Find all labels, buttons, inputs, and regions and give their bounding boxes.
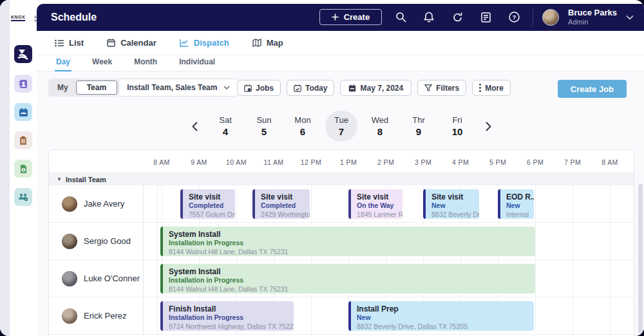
tab-calendar[interactable]: Calendar	[107, 38, 156, 48]
schedule-track: Site visit Completed 7557 Golum Dri... S…	[144, 185, 634, 222]
create-job-button[interactable]: Create Job	[558, 80, 627, 98]
technician-avatar	[62, 196, 77, 212]
job-title: Install Prep	[357, 304, 529, 313]
today-button[interactable]: Today	[287, 80, 334, 96]
day-name: Tue	[334, 115, 348, 125]
work-area: My Team Install Team, Sales Team Jobs To…	[37, 71, 644, 336]
job-card[interactable]: Site visit Completed 7557 Golum Dri...	[180, 189, 235, 219]
topbar-actions: Create ? Bruce Parks Admin	[319, 8, 634, 26]
job-card[interactable]: Install Prep New 8832 Beverly Drive, Dal…	[348, 301, 534, 331]
job-status: Installation in Progress	[169, 313, 289, 322]
schedule-track: System Install Installation in Progress …	[144, 260, 634, 297]
job-address: 8832 Beverly Drive, Dallas TX 75205	[357, 322, 529, 331]
tab-dispatch[interactable]: Dispatch	[180, 38, 229, 48]
time-tick: 12 PM	[295, 158, 327, 166]
job-title: System Install	[169, 267, 530, 276]
time-tick: 3 PM	[407, 158, 439, 166]
day-wed[interactable]: Wed 8	[364, 111, 396, 142]
group-header-install-team[interactable]: ▼ Install Team	[49, 173, 634, 185]
next-week-chevron-icon[interactable]	[477, 115, 499, 137]
technician-name: Luke O'Conner	[84, 274, 140, 283]
date-picker-button[interactable]: May 7, 2024	[340, 80, 412, 96]
contacts-icon[interactable]	[14, 75, 32, 93]
job-status: Installation in Progress	[169, 276, 530, 285]
subtab-individual[interactable]: Individual	[178, 55, 216, 70]
job-title: Site visit	[189, 192, 230, 201]
day-name: Sun	[256, 115, 271, 125]
subtab-month[interactable]: Month	[133, 55, 158, 70]
bell-icon[interactable]	[419, 9, 439, 26]
day-sat[interactable]: Sat 4	[209, 111, 242, 142]
job-card[interactable]: System Install Installation in Progress …	[160, 264, 535, 294]
topbar-divider	[533, 9, 533, 26]
help-icon[interactable]: ?	[504, 9, 524, 26]
create-button-label: Create	[344, 12, 370, 22]
day-number: 5	[261, 126, 267, 137]
job-card[interactable]: Finish Install Installation in Progress …	[160, 301, 294, 331]
knox-logo-text: KNOX	[11, 15, 25, 21]
jobs-button-label: Jobs	[256, 84, 274, 93]
notes-icon[interactable]	[476, 9, 495, 26]
day-name: Mon	[294, 115, 310, 125]
day-number: 4	[223, 126, 228, 137]
team-select-value: Install Team, Sales Team	[127, 83, 217, 92]
tab-map[interactable]: Map	[252, 38, 283, 48]
job-card[interactable]: EOD R... New Internal	[498, 189, 534, 219]
search-icon[interactable]	[391, 9, 410, 26]
day-thr[interactable]: Thr 9	[402, 111, 435, 142]
user-avatar[interactable]	[542, 9, 559, 26]
vertical-scrollbar[interactable]	[638, 183, 643, 333]
clipboard-icon[interactable]	[14, 131, 32, 149]
job-status: New	[357, 313, 529, 322]
tab-calendar-label: Calendar	[120, 38, 156, 48]
refresh-icon[interactable]	[448, 9, 467, 26]
knox-logo: KNOX ▲▼	[11, 6, 37, 30]
schedule-icon[interactable]	[14, 103, 32, 121]
technician-avatar	[62, 308, 77, 324]
view-tabs: List Calendar Dispatch Map	[37, 31, 644, 55]
plus-icon	[332, 14, 339, 21]
sidebar-collapse-icon[interactable]: ▲▼	[33, 14, 38, 23]
team-toggle[interactable]: Team	[76, 80, 117, 95]
job-status: Installation in Progress	[169, 239, 530, 247]
day-tue-selected[interactable]: Tue 7	[325, 111, 357, 142]
prev-week-chevron-icon[interactable]	[184, 115, 205, 137]
range-subtabs: Day Week Month Individual	[37, 55, 644, 71]
team-select-dropdown[interactable]: Install Team, Sales Team	[118, 79, 238, 97]
technician-name: Jake Avery	[84, 199, 124, 209]
job-card[interactable]: Site visit On the Way 1845 Larimer Ro...	[348, 189, 402, 219]
subtab-week[interactable]: Week	[91, 55, 113, 70]
sidebar-strip	[0, 0, 10, 336]
team-settings-icon[interactable]	[14, 188, 32, 206]
day-mon[interactable]: Mon 6	[287, 111, 319, 142]
day-number: 8	[377, 126, 383, 137]
job-status: On the Way	[357, 201, 397, 210]
user-info[interactable]: Bruce Parks Admin	[568, 8, 617, 26]
job-address: 1845 Larimer Ro...	[357, 210, 397, 219]
filters-button[interactable]: Filters	[417, 80, 466, 96]
day-sun[interactable]: Sun 5	[248, 111, 280, 142]
user-menu-chevron-icon[interactable]	[626, 15, 634, 20]
job-card[interactable]: Site visit New 8832 Beverly Dri...	[423, 189, 479, 219]
app-logo-icon[interactable]	[14, 45, 32, 63]
tab-list[interactable]: List	[55, 38, 84, 48]
jobs-calendar-icon	[244, 84, 252, 92]
schedule-row-sergio-good: Sergio Good System Install Installation …	[49, 223, 634, 260]
more-button[interactable]: More	[472, 80, 511, 96]
svg-text:?: ?	[512, 14, 516, 21]
day-fri[interactable]: Fri 10	[441, 111, 473, 142]
invoices-icon[interactable]: $	[14, 160, 32, 178]
create-button[interactable]: Create	[319, 9, 382, 25]
job-card[interactable]: Site visit Completed 2429 Worthingto...	[252, 189, 310, 219]
day-name: Fri	[452, 115, 462, 125]
technician-name: Erick Perez	[84, 311, 126, 321]
job-title: Site visit	[357, 192, 397, 201]
job-card[interactable]: System Install Installation in Progress …	[160, 227, 535, 256]
technician-name: Sergio Good	[84, 236, 131, 246]
time-tick: 1 PM	[332, 158, 365, 166]
jobs-button[interactable]: Jobs	[237, 80, 281, 96]
schedule-row-jake-avery: Jake Avery Site visit Completed 7557 Gol…	[49, 185, 634, 223]
app-window: KNOX ▲▼ $ Schedule	[0, 0, 644, 336]
my-toggle[interactable]: My	[50, 83, 76, 92]
subtab-day[interactable]: Day	[55, 55, 71, 71]
